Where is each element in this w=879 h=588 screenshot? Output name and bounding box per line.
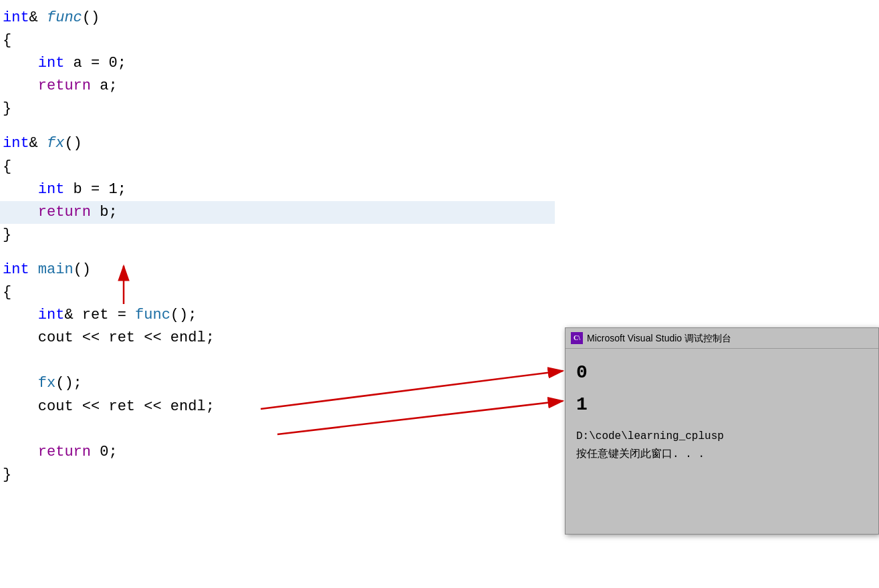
- code-line: int main(): [0, 259, 555, 281]
- console-close-hint: 按任意键关闭此窗口. . .: [576, 446, 868, 464]
- code-line-highlighted: return b;: [0, 201, 555, 224]
- code-line: fx();: [0, 372, 555, 395]
- code-editor: int& func() { int a = 0; return a; } int…: [0, 0, 555, 588]
- console-title: Microsoft Visual Studio 调试控制台: [587, 331, 731, 345]
- code-line: [0, 418, 555, 441]
- code-line: {: [0, 281, 555, 304]
- console-icon: C\: [571, 332, 583, 344]
- code-line: }: [0, 464, 555, 486]
- code-line: int& func(): [0, 7, 555, 29]
- code-line: return a;: [0, 75, 555, 98]
- code-line: {: [0, 29, 555, 52]
- code-line: }: [0, 224, 555, 247]
- console-path: D:\code\learning_cplusp: [576, 428, 868, 446]
- console-window: C\ Microsoft Visual Studio 调试控制台 0 1 D:\…: [565, 327, 879, 535]
- code-line: cout << ret << endl;: [0, 396, 555, 418]
- code-line: int a = 0;: [0, 52, 555, 75]
- code-line: {: [0, 156, 555, 178]
- code-line: }: [0, 98, 555, 120]
- console-output-1: 1: [576, 389, 868, 421]
- code-line: int& fx(): [0, 132, 555, 155]
- code-line: [0, 349, 555, 372]
- code-line: return 0;: [0, 441, 555, 464]
- code-line: int b = 1;: [0, 178, 555, 201]
- console-body: 0 1 D:\code\learning_cplusp 按任意键关闭此窗口. .…: [566, 349, 878, 472]
- console-titlebar: C\ Microsoft Visual Studio 调试控制台: [566, 328, 878, 349]
- code-line: cout << ret << endl;: [0, 327, 555, 349]
- code-line: int& ret = func();: [0, 304, 555, 327]
- console-output-0: 0: [576, 357, 868, 389]
